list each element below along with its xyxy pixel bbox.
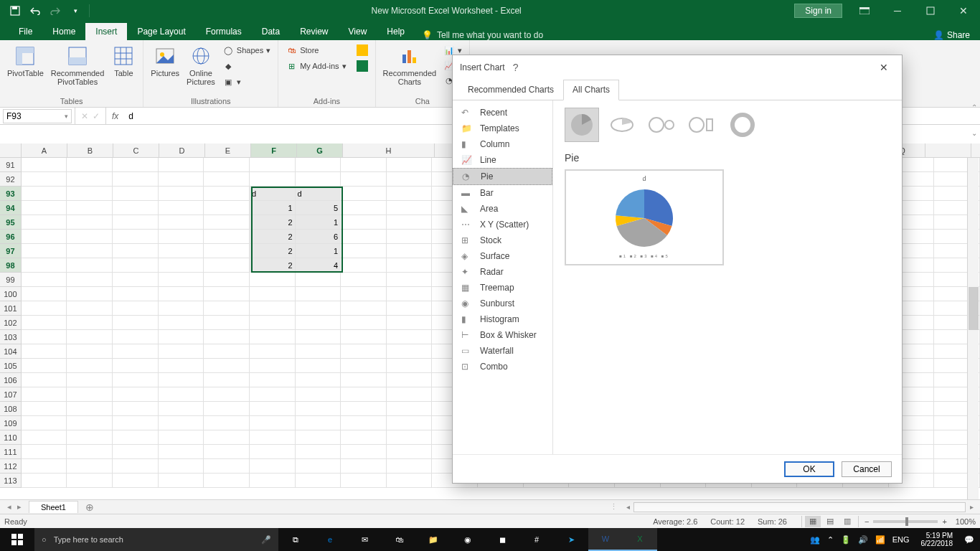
view-normal-icon[interactable]: ▦ bbox=[805, 516, 821, 527]
col-header[interactable]: D bbox=[159, 143, 205, 157]
cell[interactable] bbox=[159, 430, 204, 445]
tab-view[interactable]: View bbox=[339, 23, 377, 40]
cell[interactable] bbox=[341, 416, 387, 430]
cell[interactable] bbox=[204, 474, 250, 488]
cell[interactable] bbox=[296, 387, 341, 402]
cell[interactable] bbox=[159, 172, 204, 187]
cell[interactable] bbox=[387, 301, 433, 316]
cell[interactable] bbox=[159, 416, 204, 430]
pie-3d-subtype-icon[interactable] bbox=[605, 108, 639, 142]
cell[interactable]: 1 bbox=[250, 201, 296, 215]
cell[interactable] bbox=[341, 344, 387, 359]
cell[interactable] bbox=[22, 158, 67, 172]
tab-review[interactable]: Review bbox=[290, 23, 338, 40]
undo-icon[interactable] bbox=[26, 2, 44, 19]
cell[interactable] bbox=[113, 287, 159, 301]
select-all-corner[interactable] bbox=[0, 143, 22, 157]
pictures-button[interactable]: Pictures bbox=[148, 43, 182, 89]
category-item-bar[interactable]: ▬Bar bbox=[453, 185, 552, 201]
recommended-pivottables-button[interactable]: Recommended PivotTables bbox=[48, 43, 108, 88]
cell[interactable] bbox=[250, 330, 296, 344]
cell[interactable] bbox=[204, 430, 250, 445]
cell[interactable] bbox=[387, 416, 433, 430]
ribbon-display-icon[interactable] bbox=[848, 0, 881, 22]
cell[interactable] bbox=[341, 359, 387, 373]
cell[interactable] bbox=[159, 445, 204, 459]
cell[interactable]: 6 bbox=[296, 230, 341, 244]
cell[interactable] bbox=[113, 244, 159, 258]
cell[interactable] bbox=[341, 244, 387, 258]
col-header[interactable]: H bbox=[343, 143, 435, 157]
vscrollbar[interactable] bbox=[967, 158, 979, 499]
cell[interactable] bbox=[113, 474, 159, 488]
row-header[interactable]: 94 bbox=[0, 201, 22, 215]
cell[interactable] bbox=[341, 158, 387, 172]
cell[interactable] bbox=[113, 430, 159, 445]
cell[interactable] bbox=[67, 244, 113, 258]
cell[interactable] bbox=[159, 459, 204, 474]
cell[interactable] bbox=[67, 402, 113, 416]
zoom-slider[interactable] bbox=[873, 520, 938, 523]
cell[interactable] bbox=[113, 359, 159, 373]
cell[interactable] bbox=[387, 273, 433, 287]
slack-icon[interactable]: # bbox=[519, 528, 554, 551]
cell[interactable] bbox=[113, 344, 159, 359]
tab-file[interactable]: File bbox=[9, 23, 42, 40]
cell[interactable] bbox=[250, 273, 296, 287]
expand-formula-icon[interactable]: ⌄ bbox=[971, 129, 977, 137]
cell[interactable] bbox=[67, 474, 113, 488]
cell[interactable] bbox=[204, 244, 250, 258]
edge-icon[interactable]: e bbox=[313, 528, 347, 551]
row-header[interactable]: 98 bbox=[0, 258, 22, 273]
cell[interactable] bbox=[67, 316, 113, 330]
recommended-charts-button[interactable]: Recommended Charts bbox=[380, 43, 440, 88]
row-header[interactable]: 105 bbox=[0, 359, 22, 373]
cell[interactable] bbox=[387, 201, 433, 215]
online-pictures-button[interactable]: Online Pictures bbox=[184, 43, 218, 89]
cell[interactable] bbox=[387, 373, 433, 387]
row-header[interactable]: 101 bbox=[0, 301, 22, 316]
tab-formulas[interactable]: Formulas bbox=[196, 23, 252, 40]
enter-formula-icon[interactable]: ✓ bbox=[93, 111, 100, 121]
language-indicator[interactable]: ENG bbox=[892, 535, 910, 544]
hscrollbar[interactable] bbox=[633, 502, 966, 512]
zoom-level[interactable]: 100% bbox=[956, 517, 976, 526]
row-header[interactable]: 108 bbox=[0, 402, 22, 416]
redo-icon[interactable] bbox=[46, 2, 65, 19]
cell[interactable] bbox=[204, 287, 250, 301]
cell[interactable] bbox=[113, 187, 159, 201]
cell[interactable] bbox=[113, 416, 159, 430]
cell[interactable] bbox=[204, 402, 250, 416]
cell[interactable] bbox=[341, 230, 387, 244]
clock[interactable]: 5:19 PM 6/22/2018 bbox=[917, 532, 958, 547]
col-header[interactable]: A bbox=[22, 143, 67, 157]
cell[interactable] bbox=[204, 258, 250, 273]
screenshot-button[interactable]: ▣ ▾ bbox=[220, 75, 273, 89]
cell[interactable] bbox=[341, 273, 387, 287]
pivottable-button[interactable]: PivotTable bbox=[4, 43, 47, 88]
cell[interactable] bbox=[67, 344, 113, 359]
row-header[interactable]: 95 bbox=[0, 215, 22, 230]
cell[interactable] bbox=[387, 172, 433, 187]
cell[interactable] bbox=[22, 359, 67, 373]
cell[interactable] bbox=[341, 301, 387, 316]
tab-home[interactable]: Home bbox=[42, 23, 85, 40]
cell[interactable] bbox=[387, 445, 433, 459]
cell[interactable] bbox=[341, 387, 387, 402]
cell[interactable] bbox=[159, 273, 204, 287]
cell[interactable] bbox=[341, 287, 387, 301]
row-header[interactable]: 103 bbox=[0, 330, 22, 344]
cell[interactable] bbox=[204, 316, 250, 330]
cell[interactable] bbox=[113, 301, 159, 316]
hscroll-right-icon[interactable]: ▸ bbox=[966, 503, 977, 511]
row-header[interactable]: 113 bbox=[0, 474, 22, 488]
name-box[interactable]: F93▾ bbox=[3, 109, 72, 123]
cell[interactable] bbox=[67, 430, 113, 445]
cell[interactable] bbox=[159, 330, 204, 344]
cell[interactable] bbox=[67, 172, 113, 187]
cell[interactable] bbox=[22, 244, 67, 258]
row-header[interactable]: 93 bbox=[0, 187, 22, 201]
cell[interactable] bbox=[113, 158, 159, 172]
cell[interactable] bbox=[250, 459, 296, 474]
cell[interactable] bbox=[296, 373, 341, 387]
